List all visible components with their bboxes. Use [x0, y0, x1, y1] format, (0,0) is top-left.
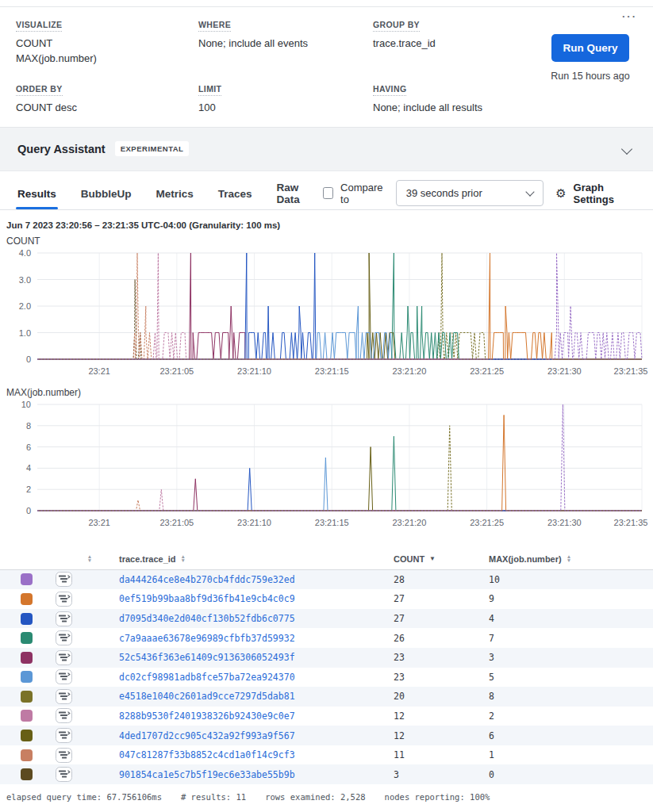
query-assistant-title: Query Assistant: [17, 143, 106, 155]
table-row: da444264ce8e4b270cb4fddc759e32ed 28 10: [0, 570, 653, 590]
col-count-header[interactable]: COUNT: [394, 554, 424, 564]
group-by-field[interactable]: GROUP BY trace.trace_id: [373, 17, 544, 67]
max-cell: 1: [489, 749, 637, 760]
open-trace-button[interactable]: [56, 650, 119, 665]
tab-traces[interactable]: Traces: [217, 178, 254, 209]
tab-bar-controls: Compare to 39 seconds prior ⚙ Graph Sett…: [323, 180, 637, 206]
count-cell: 23: [394, 672, 489, 683]
trace-id-link[interactable]: d7095d340e2d040cf130b52fdb6c0775: [119, 613, 394, 624]
open-trace-button[interactable]: [56, 728, 119, 743]
trace-id-link[interactable]: 047c81287f33b8852c4cd1a0f14c9cf3: [119, 749, 394, 760]
having-field[interactable]: HAVING None; include all results: [373, 81, 544, 116]
max-cell: 10: [489, 574, 637, 585]
open-trace-button[interactable]: [56, 669, 119, 684]
table-header-row: ▲▼ trace.trace_id ▲▼ COUNT ▼ MAX(job.num…: [0, 549, 653, 570]
svg-text:23:21:25: 23:21:25: [470, 518, 504, 527]
trace-id-link[interactable]: da444264ce8e4b270cb4fddc759e32ed: [119, 574, 394, 585]
col-trace-id-header[interactable]: trace.trace_id: [119, 554, 176, 564]
time-range-header: Jun 7 2023 23:20:56 – 23:21:35 UTC-04:00…: [6, 220, 637, 230]
graph-settings-button[interactable]: Graph Settings: [574, 182, 637, 205]
visualize-value-count: COUNT: [16, 36, 198, 52]
count-cell: 12: [394, 710, 489, 722]
table-body: da444264ce8e4b270cb4fddc759e32ed 28 10 0…: [0, 570, 653, 785]
having-value: None; include all results: [373, 101, 544, 116]
limit-value: 100: [198, 101, 373, 116]
svg-text:23:21:35: 23:21:35: [614, 366, 648, 376]
group-by-label: GROUP BY: [373, 20, 420, 32]
max-cell: 2: [489, 710, 637, 722]
open-trace-button[interactable]: [56, 689, 119, 704]
sort-desc-icon[interactable]: ▼: [429, 555, 436, 562]
count-cell: 11: [394, 749, 489, 760]
compare-to-label: Compare to: [340, 182, 387, 205]
open-trace-button[interactable]: [56, 611, 119, 626]
where-label: WHERE: [198, 20, 231, 32]
count-chart[interactable]: 01.02.03.04.023:2123:21:0523:21:1023:21:…: [0, 247, 653, 381]
results-tab-bar: ResultsBubbleUpMetricsTracesRaw Data Com…: [0, 178, 653, 210]
svg-text:8: 8: [26, 420, 31, 430]
table-row: dc02cf98981adb8fce57ba72ea924370 23 5: [0, 668, 653, 688]
open-trace-button[interactable]: [56, 748, 119, 763]
max-chart[interactable]: 024681023:2123:21:0523:21:1023:21:1523:2…: [0, 398, 653, 533]
table-row: 4ded1707d2cc905c432a92f993a9f567 12 6: [0, 726, 653, 745]
series-line: [37, 489, 642, 511]
svg-text:23:21:10: 23:21:10: [237, 518, 271, 527]
series-color-swatch: [21, 749, 33, 761]
sort-icon[interactable]: ▲▼: [567, 555, 571, 562]
open-trace-button[interactable]: [56, 592, 119, 607]
max-cell: 4: [489, 613, 637, 624]
trace-id-link[interactable]: dc02cf98981adb8fce57ba72ea924370: [119, 672, 394, 683]
trace-id-link[interactable]: 901854ca1e5c7b5f19ec6e33abe55b9b: [119, 769, 394, 780]
run-query-note: Run 15 hours ago: [551, 70, 630, 82]
visualize-field[interactable]: VISUALIZE COUNT MAX(job.number): [16, 17, 198, 67]
open-trace-button[interactable]: [56, 708, 119, 723]
trace-id-link[interactable]: e4518e1040c2601ad9cce7297d5dab81: [119, 691, 394, 702]
query-builder-panel: ··· VISUALIZE COUNT MAX(job.number) WHER…: [0, 6, 653, 128]
svg-text:23:21:05: 23:21:05: [159, 366, 194, 376]
table-row: 52c5436f363e61409c9136306052493f 23 3: [0, 648, 653, 668]
gear-icon[interactable]: ⚙: [555, 187, 566, 199]
sort-icon[interactable]: ▲▼: [181, 555, 186, 562]
open-trace-button[interactable]: [56, 630, 119, 645]
open-trace-button[interactable]: [56, 767, 119, 782]
svg-text:4: 4: [26, 463, 31, 473]
svg-text:6: 6: [26, 442, 31, 451]
trace-id-link[interactable]: c7a9aaae63678e96989cfbfb37d59932: [119, 633, 394, 644]
svg-text:0: 0: [26, 354, 31, 364]
svg-text:23:21:30: 23:21:30: [547, 366, 582, 376]
trace-id-link[interactable]: 4ded1707d2cc905c432a92f993a9f567: [119, 730, 394, 741]
sort-icon[interactable]: ▲▼: [87, 555, 92, 562]
trace-id-link[interactable]: 8288b9530f2401938326b92430e9c0e7: [119, 710, 394, 722]
table-row: 0ef519b99baa8bf9d36fb41e9cb4c0c9 27 9: [0, 589, 653, 609]
where-field[interactable]: WHERE None; include all events: [198, 17, 373, 67]
open-trace-button[interactable]: [56, 572, 119, 587]
max-cell: 7: [489, 633, 637, 644]
tab-results[interactable]: Results: [16, 178, 58, 209]
series-color-swatch: [21, 573, 33, 585]
trace-id-link[interactable]: 0ef519b99baa8bf9d36fb41e9cb4c0c9: [119, 593, 394, 604]
limit-field[interactable]: LIMIT 100: [198, 81, 373, 116]
col-max-header[interactable]: MAX(job.number): [489, 554, 562, 564]
tab-list: ResultsBubbleUpMetricsTracesRaw Data: [16, 172, 323, 214]
query-assistant-bar: Query Assistant EXPERIMENTAL: [0, 128, 653, 171]
order-by-field[interactable]: ORDER BY COUNT desc: [16, 81, 198, 116]
series-line: [37, 458, 642, 511]
tab-raw-data[interactable]: Raw Data: [275, 172, 302, 214]
svg-text:23:21:05: 23:21:05: [159, 518, 194, 527]
max-cell: 6: [489, 730, 637, 741]
order-by-value: COUNT desc: [16, 101, 198, 116]
visualize-label: VISUALIZE: [16, 20, 62, 32]
compare-to-checkbox[interactable]: [323, 187, 333, 199]
tab-metrics[interactable]: Metrics: [155, 178, 195, 209]
series-line: [37, 279, 642, 359]
compare-range-select[interactable]: 39 seconds prior: [396, 180, 544, 206]
tab-bubbleup[interactable]: BubbleUp: [79, 178, 133, 209]
svg-text:10: 10: [21, 400, 31, 409]
trace-id-link[interactable]: 52c5436f363e61409c9136306052493f: [119, 652, 394, 663]
run-query-button[interactable]: Run Query: [551, 34, 628, 62]
svg-text:23:21: 23:21: [88, 366, 110, 376]
table-row: 901854ca1e5c7b5f19ec6e33abe55b9b 3 0: [0, 764, 653, 784]
overflow-menu-icon[interactable]: ···: [622, 10, 637, 22]
chevron-down-icon[interactable]: [621, 143, 632, 154]
query-stat: elapsed query time: 67.756106ms: [6, 792, 162, 802]
